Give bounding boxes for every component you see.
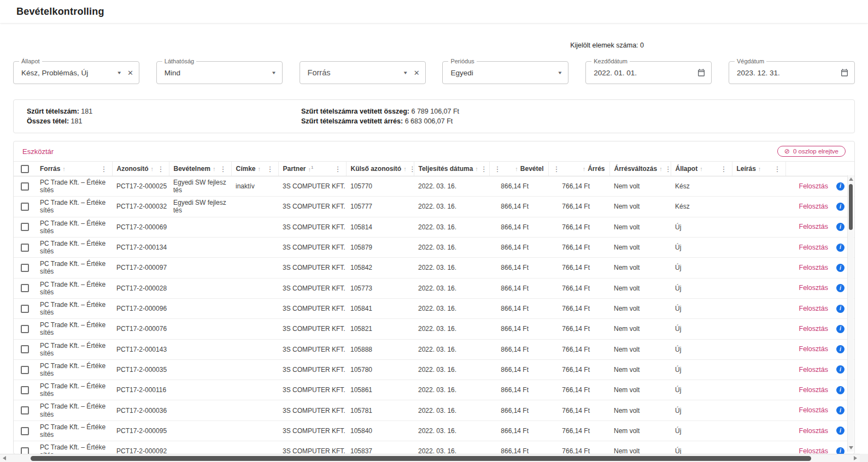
filter-periodus[interactable]: Periódus Egyedi ▼ [442, 61, 568, 84]
felosztas-link[interactable]: Felosztás [799, 406, 829, 414]
clear-filter-icon[interactable]: ✕ [127, 69, 133, 77]
sort-arrow-icon[interactable]: ↑1 [308, 165, 314, 173]
select-all-checkbox[interactable] [21, 165, 29, 173]
column-header-forras[interactable]: Forrás↑⋮ [36, 162, 112, 176]
vertical-scrollbar-thumb[interactable] [849, 184, 853, 230]
info-icon[interactable]: i [836, 406, 844, 414]
column-header-kulso[interactable]: Külső azonosító↑⋮ [346, 162, 414, 176]
info-icon[interactable]: i [836, 244, 844, 252]
column-menu-icon[interactable]: ⋮ [553, 165, 560, 173]
felosztas-link[interactable]: Felosztás [799, 427, 829, 435]
column-menu-icon[interactable]: ⋮ [480, 165, 488, 173]
row-checkbox[interactable] [21, 223, 29, 231]
info-icon[interactable]: i [836, 203, 844, 211]
info-icon[interactable]: i [836, 264, 844, 272]
scroll-down-arrow-icon[interactable] [849, 446, 853, 449]
felosztas-link[interactable]: Felosztás [799, 264, 829, 272]
felosztas-link[interactable]: Felosztás [799, 182, 829, 191]
column-header-bevetelnem[interactable]: Bevételnem↑⋮ [169, 162, 231, 176]
horizontal-scrollbar[interactable] [0, 454, 860, 462]
column-menu-icon[interactable]: ⋮ [335, 165, 342, 173]
column-header-allapot[interactable]: Állapot↑⋮ [671, 162, 732, 176]
column-header-azonosito[interactable]: Azonosító↑⋮ [112, 162, 169, 176]
column-menu-icon[interactable]: ⋮ [220, 165, 227, 173]
row-checkbox[interactable] [21, 386, 29, 394]
column-header-partner[interactable]: Partner↑1⋮ [278, 162, 346, 176]
sort-arrow-icon[interactable]: ↑ [62, 165, 66, 172]
toolbar-label[interactable]: Eszköztár [22, 147, 54, 156]
felosztas-link[interactable]: Felosztás [799, 203, 829, 211]
dropdown-arrow-icon[interactable]: ▼ [116, 70, 122, 75]
column-menu-icon[interactable]: ⋮ [157, 165, 165, 173]
felosztas-link[interactable]: Felosztás [799, 345, 829, 353]
sort-arrow-icon[interactable]: ↑ [659, 165, 662, 172]
row-checkbox[interactable] [21, 203, 29, 211]
info-icon[interactable]: i [836, 386, 844, 394]
info-icon[interactable]: i [836, 223, 844, 231]
column-header-cimke[interactable]: Címke↑⋮ [231, 162, 278, 176]
column-menu-icon[interactable]: ⋮ [774, 165, 781, 173]
felosztas-link[interactable]: Felosztás [799, 244, 829, 252]
info-icon[interactable]: i [836, 345, 844, 353]
hidden-columns-badge[interactable]: ⊘ 0 oszlop elrejtve [777, 146, 846, 157]
filter-kezdodatum[interactable]: Kezdődátum 2022. 01. 01. [585, 61, 712, 84]
filter-vegdatum[interactable]: Végdátum 2023. 12. 31. [729, 61, 855, 84]
felosztas-link[interactable]: Felosztás [799, 386, 829, 394]
column-header-leiras[interactable]: Leírás↑⋮ [732, 162, 785, 176]
row-checkbox[interactable] [21, 244, 29, 252]
column-header-teljesites[interactable]: Teljesítés dátuma↑⋮ [414, 162, 489, 176]
clear-filter-icon[interactable]: ✕ [414, 69, 420, 77]
vertical-scrollbar[interactable] [847, 175, 854, 452]
row-checkbox[interactable] [21, 366, 29, 374]
column-menu-icon[interactable]: ⋮ [720, 165, 728, 173]
column-header-bevetel[interactable]: ⋮↑Bevétel [489, 162, 548, 176]
calendar-icon[interactable] [840, 68, 849, 77]
sort-arrow-icon[interactable]: ↑ [151, 165, 154, 172]
scroll-up-arrow-icon[interactable] [849, 177, 853, 181]
row-checkbox[interactable] [21, 284, 29, 292]
info-icon[interactable]: i [836, 284, 844, 292]
horizontal-scrollbar-thumb[interactable] [31, 456, 811, 461]
sort-arrow-icon[interactable]: ↑ [258, 165, 261, 172]
sort-arrow-icon[interactable]: ↑ [700, 165, 703, 172]
filter-forras[interactable]: Forrás ▼ ✕ [300, 61, 426, 84]
info-icon[interactable]: i [836, 325, 844, 333]
row-checkbox[interactable] [21, 325, 29, 333]
sort-arrow-icon[interactable]: ↑ [758, 165, 761, 172]
sort-arrow-icon[interactable]: ↑ [213, 165, 216, 172]
column-header-arresvaltozas[interactable]: Árrésváltozás↑⋮ [609, 162, 671, 176]
dropdown-arrow-icon[interactable]: ▼ [403, 70, 408, 75]
info-icon[interactable]: i [836, 447, 844, 454]
column-menu-icon[interactable]: ⋮ [494, 165, 501, 173]
felosztas-link[interactable]: Felosztás [799, 366, 829, 374]
dropdown-arrow-icon[interactable]: ▼ [271, 70, 277, 75]
sort-arrow-icon[interactable]: ↑ [475, 165, 478, 172]
scroll-right-arrow-icon[interactable] [854, 456, 857, 460]
info-icon[interactable]: i [836, 182, 844, 191]
column-menu-icon[interactable]: ⋮ [101, 165, 108, 173]
row-checkbox[interactable] [21, 345, 29, 353]
felosztas-link[interactable]: Felosztás [799, 305, 829, 313]
filter-allapot[interactable]: Állapot Kész, Problémás, Új ▼ ✕ [13, 61, 139, 84]
row-checkbox[interactable] [21, 264, 29, 272]
column-menu-icon[interactable]: ⋮ [267, 165, 274, 173]
filter-lathatosag[interactable]: Láthatóság Mind ▼ [156, 61, 283, 84]
scroll-left-arrow-icon[interactable] [3, 456, 6, 460]
row-checkbox[interactable] [21, 305, 29, 313]
info-icon[interactable]: i [836, 305, 844, 313]
felosztas-link[interactable]: Felosztás [799, 223, 829, 231]
row-checkbox[interactable] [21, 406, 29, 414]
column-header-arres[interactable]: ⋮↑Árrés [548, 162, 609, 176]
calendar-icon[interactable] [697, 68, 706, 77]
row-checkbox[interactable] [21, 182, 29, 191]
info-icon[interactable]: i [836, 365, 844, 374]
dropdown-arrow-icon[interactable]: ▼ [557, 70, 562, 75]
info-icon[interactable]: i [836, 427, 844, 435]
sort-arrow-icon[interactable]: ↑ [583, 165, 586, 172]
column-menu-icon[interactable]: ⋮ [665, 165, 671, 173]
sort-arrow-icon[interactable]: ↑ [515, 165, 518, 172]
row-checkbox[interactable] [21, 427, 29, 435]
felosztas-link[interactable]: Felosztás [799, 325, 829, 333]
column-menu-icon[interactable]: ⋮ [409, 165, 414, 173]
felosztas-link[interactable]: Felosztás [799, 284, 829, 292]
